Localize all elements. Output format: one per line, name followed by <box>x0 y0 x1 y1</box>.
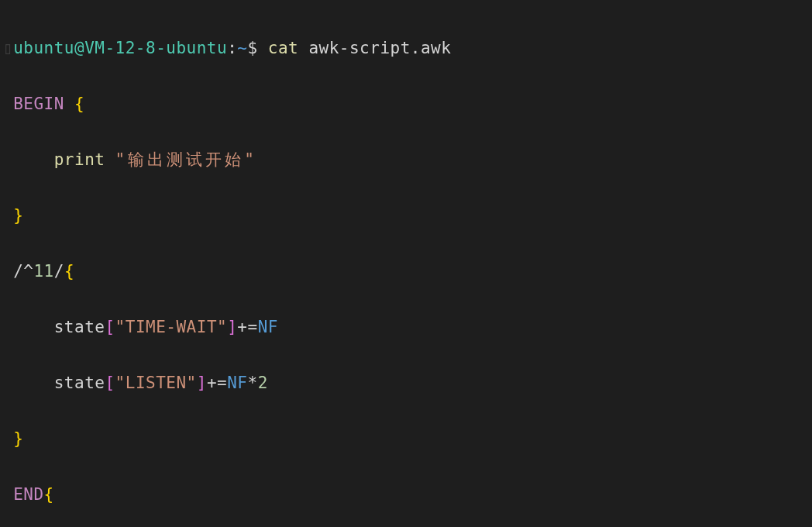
fn-print: print <box>54 150 105 169</box>
script-line: print "输出测试开始" <box>3 146 809 174</box>
prompt-symbol: $ <box>247 39 257 57</box>
bracket-close: ] <box>197 374 207 392</box>
brace-close: } <box>13 206 23 225</box>
regex-num: 11 <box>33 262 53 281</box>
string-literal: "输出测试开始" <box>115 150 257 169</box>
command-arg: awk-script.awk <box>308 39 451 57</box>
script-line: state["LISTEN"]+=NF*2 <box>3 369 809 397</box>
identifier: state <box>54 374 105 392</box>
brace-open: { <box>74 95 84 113</box>
bracket-open: [ <box>105 374 115 392</box>
script-line: /^11/{ <box>3 257 809 285</box>
command-cat: cat <box>268 39 298 57</box>
script-line: } <box>3 202 809 229</box>
builtin-nf: NF <box>227 374 247 392</box>
script-line: END{ <box>3 480 809 508</box>
regex-slash: /^ <box>13 262 33 281</box>
script-line: state["TIME-WAIT"]+=NF <box>3 313 809 341</box>
identifier: state <box>54 318 105 336</box>
string-literal: "LISTEN" <box>115 374 197 392</box>
brace-open: { <box>64 262 74 281</box>
prompt-user-host: ubuntu@VM-12-8-ubuntu <box>13 39 227 57</box>
gutter-box: ▯ <box>3 39 13 57</box>
bracket-close: ] <box>227 318 237 336</box>
script-line: BEGIN { <box>3 90 809 118</box>
brace-open: { <box>44 485 54 504</box>
prompt-sep: : <box>227 39 237 57</box>
script-line: } <box>3 425 809 453</box>
bracket-open: [ <box>105 318 115 336</box>
prompt-line-1: ▯ubuntu@VM-12-8-ubuntu:~$ cat awk-script… <box>3 34 809 62</box>
prompt-cwd: ~ <box>237 39 247 57</box>
brace-close: } <box>13 429 23 448</box>
keyword-begin: BEGIN <box>13 95 64 113</box>
keyword-end: END <box>13 485 43 504</box>
number-literal: 2 <box>258 374 268 392</box>
builtin-nf: NF <box>258 318 278 336</box>
terminal[interactable]: ▯ubuntu@VM-12-8-ubuntu:~$ cat awk-script… <box>0 0 812 527</box>
string-literal: "TIME-WAIT" <box>115 318 228 336</box>
